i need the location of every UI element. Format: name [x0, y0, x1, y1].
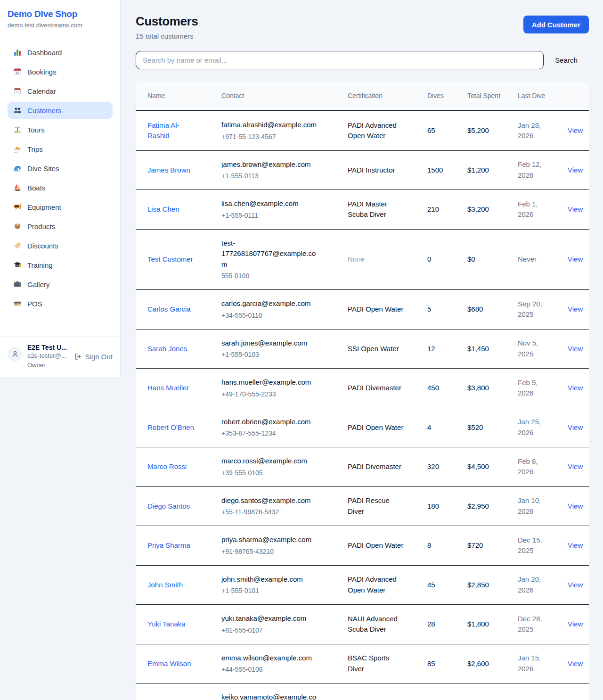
products-package-icon [13, 222, 22, 231]
view-link[interactable]: View [568, 423, 583, 431]
customer-name-link[interactable]: Emma Wilson [147, 659, 191, 669]
customer-total-spent: $720 [467, 540, 506, 551]
gallery-camera-icon [13, 280, 22, 288]
customer-name-link[interactable]: Fatima Al-Rashid [147, 120, 198, 141]
customer-email: diego.santos@example.com [221, 495, 321, 506]
sidebar-item-label: Gallery [27, 280, 50, 288]
view-link[interactable]: View [568, 659, 583, 667]
sidebar-item-label: Equipment [27, 203, 61, 211]
customer-total-spent: $3,200 [467, 204, 506, 215]
sidebar-item-gallery[interactable]: Gallery [8, 276, 113, 293]
sidebar-item-label: Dashboard [27, 49, 62, 57]
customer-certification: SSI Open Water [348, 344, 405, 354]
customer-name-link[interactable]: Hans Mueller [147, 383, 189, 394]
sidebar-item-label: Bookings [27, 68, 57, 76]
customer-total-spent: $3,800 [467, 383, 506, 394]
customer-name-link[interactable]: Lisa Chen [147, 204, 179, 215]
view-link[interactable]: View [568, 384, 583, 392]
view-link[interactable]: View [568, 126, 583, 134]
table-row: Keiko Yamamotokeiko.yamamoto@example.com… [136, 684, 589, 700]
sign-out-button[interactable]: Sign Out [74, 353, 113, 361]
customer-certification: NAUI Advanced Scuba Diver [348, 614, 405, 635]
view-link[interactable]: View [568, 305, 583, 313]
trips-speedboat-icon [13, 145, 22, 153]
customer-phone: +1-555-0113 [221, 171, 336, 181]
customer-certification: PADI Open Water [348, 304, 405, 315]
customer-dives: 45 [427, 580, 456, 591]
view-link[interactable]: View [568, 541, 583, 549]
customer-name-link[interactable]: James Brown [147, 165, 190, 176]
sidebar-item-pos[interactable]: POS [8, 295, 113, 312]
customer-last-dive: Nov 5, 2025 [518, 338, 548, 359]
search-button[interactable]: Search [544, 56, 589, 64]
customer-name-link[interactable]: Priya Sharma [147, 540, 190, 551]
customer-email: john.smith@example.com [221, 574, 321, 585]
customer-certification: PADI Open Water [348, 422, 405, 433]
table-row: Marco Rossimarco.rossi@example.com+39-55… [136, 447, 589, 487]
sidebar-item-equipment[interactable]: Equipment [8, 198, 113, 215]
column-header-last-dive: Last Dive [512, 82, 562, 111]
search-input[interactable] [136, 51, 544, 69]
sidebar-item-calendar[interactable]: Calendar [8, 82, 113, 99]
column-header-contact: Contact [216, 82, 342, 111]
customer-certification: PADI Master Scuba Diver [348, 199, 405, 220]
customer-email: keiko.yamamoto@example.com [221, 692, 321, 700]
sidebar-item-bookings[interactable]: 17Bookings [8, 63, 113, 80]
customer-name-link[interactable]: Robert O'Brien [147, 422, 194, 433]
customer-phone: 555-0100 [221, 271, 336, 281]
view-link[interactable]: View [568, 462, 583, 470]
table-row: Emma Wilsonemma.wilson@example.com+44-55… [136, 644, 589, 684]
column-header-name: Name [136, 82, 216, 111]
customer-total-spent: $2,950 [467, 501, 506, 512]
view-link[interactable]: View [568, 502, 583, 510]
sidebar-item-customers[interactable]: Customers [8, 102, 113, 119]
customer-name-link[interactable]: Diego Santos [147, 501, 190, 512]
customer-name-link[interactable]: Carlos Garcia [147, 304, 191, 315]
add-customer-button[interactable]: Add Customer [523, 16, 589, 33]
customer-name-link[interactable]: Yuki Tanaka [147, 619, 186, 630]
bookings-calendar-icon: 17 [13, 67, 22, 76]
dive-sites-wave-icon [13, 164, 22, 173]
customer-last-dive: Feb 1, 2026 [518, 199, 548, 220]
customer-last-dive: Dec 28, 2025 [518, 614, 548, 635]
sidebar-item-trips[interactable]: Trips [8, 140, 113, 157]
column-header-total-spent: Total Spent [462, 82, 512, 111]
customer-name-link[interactable]: John Smith [147, 580, 183, 591]
sign-out-icon [74, 353, 82, 361]
customer-name-link[interactable]: Keiko Yamamoto [147, 698, 198, 700]
customer-name-link[interactable]: Sarah Jones [147, 344, 187, 354]
sidebar-item-tours[interactable]: Tours [8, 121, 113, 138]
customer-email: lisa.chen@example.com [221, 198, 321, 209]
sidebar-item-discounts[interactable]: Discounts [8, 237, 113, 254]
pos-credit-card-icon [13, 299, 22, 308]
user-info: E2E Test U... e2e-tester@... Owner [27, 344, 69, 370]
customer-last-dive: Jan 28, 2026 [518, 120, 548, 141]
view-link[interactable]: View [568, 205, 583, 213]
view-link[interactable]: View [568, 581, 583, 589]
customer-certification: PADI Instructor [348, 165, 405, 176]
sidebar-item-dashboard[interactable]: Dashboard [8, 44, 113, 61]
customer-phone: +55-11-99876-5432 [221, 507, 336, 517]
sidebar-item-products[interactable]: Products [8, 218, 113, 235]
sidebar-item-boats[interactable]: Boats [8, 179, 113, 196]
customer-last-dive: Feb 5, 2026 [518, 378, 548, 399]
view-link[interactable]: View [568, 255, 583, 263]
sidebar-item-training[interactable]: Training [8, 256, 113, 273]
customer-last-dive: Jan 25, 2026 [518, 417, 548, 438]
user-email: e2e-tester@... [27, 351, 69, 361]
sidebar-item-label: Customers [27, 107, 62, 115]
customer-total-spent: $4,500 [467, 461, 506, 472]
customer-dives: 450 [427, 383, 456, 394]
customer-certification: None [348, 254, 405, 265]
sidebar-item-dive-sites[interactable]: Dive Sites [8, 160, 113, 177]
view-link[interactable]: View [568, 620, 583, 628]
customer-total-spent: $1,800 [467, 619, 506, 630]
view-link[interactable]: View [568, 345, 583, 353]
brand: Demo Dive Shop demo.test.divestreams.com [0, 0, 120, 37]
customer-name-link[interactable]: Marco Rossi [147, 461, 187, 472]
sidebar-item-label: POS [27, 300, 42, 308]
customer-name-link[interactable]: Test Customer [147, 254, 193, 265]
view-link[interactable]: View [568, 166, 583, 174]
customer-last-dive: Jan 15, 2026 [518, 653, 548, 674]
customer-dives: 8 [427, 540, 456, 551]
